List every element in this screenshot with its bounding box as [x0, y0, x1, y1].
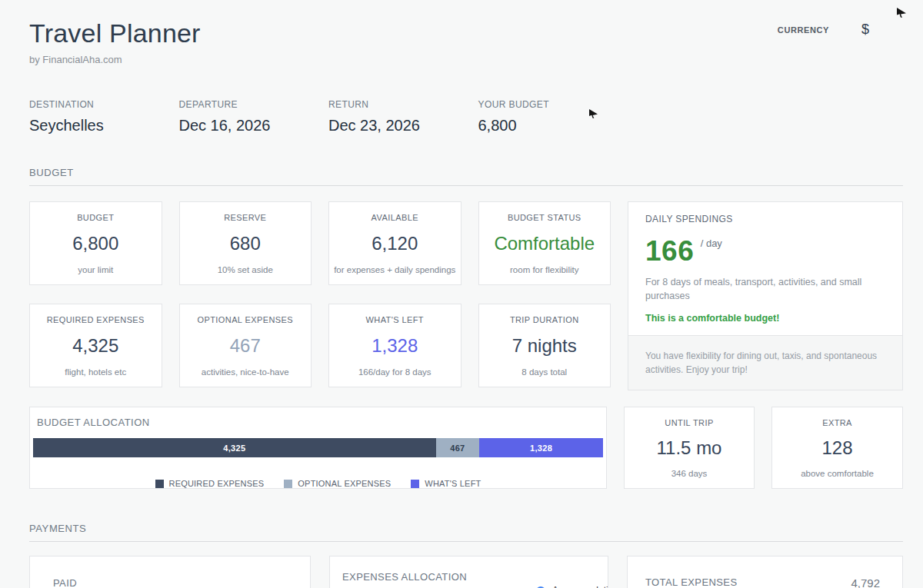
whats-left-card: WHAT'S LEFT 1,328 166/day for 8 days [328, 304, 462, 387]
budget-allocation-title: BUDGET ALLOCATION [37, 417, 603, 428]
daily-spendings-amount: 166 / day [645, 235, 885, 267]
legend-label-optional: OPTIONAL EXPENSES [298, 479, 391, 488]
paid-label: PAID [53, 577, 287, 588]
daily-amount-value: 166 [645, 235, 694, 267]
payments-section-heading: PAYMENTS [29, 523, 903, 542]
reserve-card-label: RESERVE [224, 213, 266, 222]
budget-card-sub: your limit [78, 265, 113, 274]
budget-allocation-bar: 4,325 467 1,328 [33, 438, 603, 457]
budget-cards-grid: BUDGET 6,800 your limit RESERVE 680 10% … [29, 201, 903, 390]
expenses-allocation-card: EXPENSES ALLOCATION Accommodation [329, 556, 608, 588]
available-card-sub: for expenses + daily spendings [334, 265, 455, 274]
total-expenses-card: TOTAL EXPENSES 4,792 [627, 556, 903, 588]
daily-spendings-label: DAILY SPENDINGS [645, 214, 885, 224]
daily-amount-unit: / day [701, 238, 722, 249]
currency-selector[interactable]: $ [861, 22, 869, 38]
extra-label: EXTRA [822, 418, 852, 427]
destination-label: DESTINATION [29, 99, 162, 110]
trip-duration-value: 7 nights [512, 335, 577, 357]
travel-planner-page: Travel Planner by FinancialAha.com CURRE… [29, 0, 903, 588]
reserve-card-sub: 10% set aside [218, 265, 273, 274]
legend-item-whats-left: WHAT'S LEFT [411, 479, 481, 488]
whats-left-value: 1,328 [372, 335, 418, 357]
bar-segment-required[interactable]: 4,325 [33, 438, 436, 457]
budget-allocation-legend: REQUIRED EXPENSES OPTIONAL EXPENSES WHAT… [33, 479, 603, 488]
whats-left-label: WHAT'S LEFT [366, 315, 424, 324]
legend-item-optional: OPTIONAL EXPENSES [284, 479, 391, 488]
budget-status-label: BUDGET STATUS [508, 213, 581, 222]
paid-card: PAID [29, 556, 311, 588]
optional-expenses-label: OPTIONAL EXPENSES [198, 315, 293, 324]
optional-expenses-sub: activities, nice-to-have [202, 367, 289, 377]
trip-summary-row: DESTINATION Seychelles DEPARTURE Dec 16,… [29, 99, 903, 135]
header: Travel Planner by FinancialAha.com CURRE… [29, 0, 903, 65]
daily-spendings-top: DAILY SPENDINGS 166 / day For 8 days of … [628, 202, 902, 335]
daily-spendings-highlight: This is a comfortable budget! [645, 313, 885, 324]
expenses-allocation-label: EXPENSES ALLOCATION [342, 571, 595, 583]
trip-duration-label: TRIP DURATION [510, 315, 579, 324]
total-expenses-label: TOTAL EXPENSES [645, 576, 738, 588]
trip-duration-sub: 8 days total [521, 367, 567, 377]
daily-spendings-card: DAILY SPENDINGS 166 / day For 8 days of … [628, 201, 903, 390]
bar-segment-whats-left-value: 1,328 [530, 443, 552, 453]
daily-spendings-desc: For 8 days of meals, transport, activiti… [645, 275, 888, 303]
extra-value: 128 [821, 437, 852, 459]
required-expenses-value: 4,325 [72, 335, 118, 357]
total-expenses-value: 4,792 [851, 576, 880, 588]
trip-duration-card: TRIP DURATION 7 nights 8 days total [478, 304, 611, 387]
budget-status-card: BUDGET STATUS Comfortable room for flexi… [478, 201, 611, 285]
optional-expenses-card: OPTIONAL EXPENSES 467 activities, nice-t… [179, 304, 312, 387]
page-title: Travel Planner [29, 18, 903, 48]
required-expenses-sub: flight, hotels etc [65, 367, 126, 377]
allocation-row: BUDGET ALLOCATION 4,325 467 1,328 REQUIR… [29, 407, 903, 489]
currency-label: CURRENCY [778, 25, 829, 35]
departure-field: DEPARTURE Dec 16, 2026 [179, 99, 312, 135]
bar-segment-optional-value: 467 [450, 443, 465, 453]
until-trip-card: UNTIL TRIP 11.5 mo 346 days [624, 407, 755, 489]
required-expenses-card: REQUIRED EXPENSES 4,325 flight, hotels e… [29, 304, 162, 387]
return-value[interactable]: Dec 23, 2026 [328, 117, 462, 135]
your-budget-field: YOUR BUDGET 6,800 [478, 99, 611, 135]
budget-card-value: 6,800 [72, 233, 118, 254]
return-label: RETURN [328, 99, 462, 110]
bar-segment-whats-left[interactable]: 1,328 [479, 438, 603, 457]
bar-segment-optional[interactable]: 467 [436, 438, 480, 457]
extra-card: EXTRA 128 above comfortable [771, 407, 903, 489]
until-trip-label: UNTIL TRIP [665, 418, 713, 427]
currency-control: CURRENCY $ [778, 22, 869, 38]
budget-status-sub: room for flexibility [510, 265, 578, 274]
reserve-card-value: 680 [230, 233, 261, 254]
payments-grid: PAID EXPENSES ALLOCATION Accommodation T… [29, 556, 903, 588]
available-card: AVAILABLE 6,120 for expenses + daily spe… [328, 201, 462, 285]
legend-item-required: REQUIRED EXPENSES [155, 479, 265, 488]
legend-swatch-whats-left [411, 480, 419, 488]
available-card-label: AVAILABLE [372, 213, 418, 222]
available-card-value: 6,120 [372, 233, 418, 254]
optional-expenses-value: 467 [230, 335, 261, 357]
bar-segment-required-value: 4,325 [223, 443, 245, 453]
extra-sub: above comfortable [801, 469, 874, 478]
destination-value[interactable]: Seychelles [29, 117, 162, 135]
return-field: RETURN Dec 23, 2026 [328, 99, 462, 135]
your-budget-value[interactable]: 6,800 [478, 117, 611, 135]
required-expenses-label: REQUIRED EXPENSES [47, 315, 145, 324]
budget-allocation-card: BUDGET ALLOCATION 4,325 467 1,328 REQUIR… [29, 407, 607, 489]
budget-card: BUDGET 6,800 your limit [29, 201, 162, 285]
budget-card-label: BUDGET [77, 213, 114, 222]
departure-value[interactable]: Dec 16, 2026 [179, 117, 312, 135]
legend-label-required: REQUIRED EXPENSES [169, 479, 265, 488]
legend-swatch-optional [284, 480, 292, 488]
destination-field: DESTINATION Seychelles [29, 99, 162, 135]
legend-swatch-required [155, 480, 164, 488]
until-trip-sub: 346 days [671, 469, 708, 478]
page-subtitle: by FinancialAha.com [29, 54, 903, 65]
until-trip-value: 11.5 mo [657, 437, 722, 459]
legend-label-whats-left: WHAT'S LEFT [425, 479, 481, 488]
departure-label: DEPARTURE [179, 99, 312, 110]
budget-status-value: Comfortable [494, 233, 595, 254]
your-budget-label: YOUR BUDGET [478, 99, 611, 110]
budget-section-heading: BUDGET [29, 167, 903, 186]
whats-left-sub: 166/day for 8 days [358, 367, 432, 377]
reserve-card: RESERVE 680 10% set aside [179, 201, 312, 285]
daily-spendings-tip: You have flexibility for dining out, tax… [628, 335, 902, 390]
